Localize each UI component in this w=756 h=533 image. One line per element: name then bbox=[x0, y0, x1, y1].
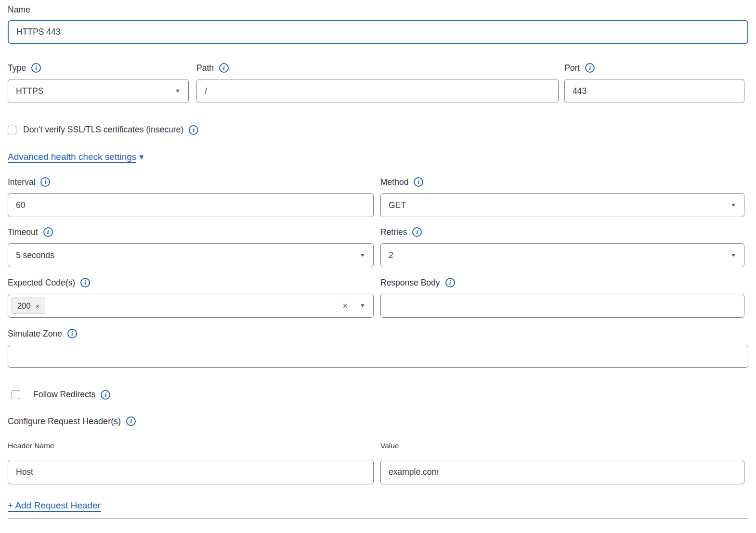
chevron-down-icon: ▼ bbox=[730, 202, 736, 208]
expected-code-tag: 200 × bbox=[12, 298, 45, 314]
info-icon[interactable]: i bbox=[43, 227, 53, 237]
info-icon[interactable]: i bbox=[585, 63, 595, 73]
codes-body-row: Expected Code(s) i 200 × × ▼ Response Bo… bbox=[8, 277, 748, 318]
name-input[interactable] bbox=[8, 20, 748, 44]
retries-select-value: 2 bbox=[389, 250, 393, 260]
port-input[interactable] bbox=[564, 79, 744, 103]
info-icon[interactable]: i bbox=[101, 390, 110, 400]
port-label: Port bbox=[564, 63, 580, 73]
info-icon[interactable]: i bbox=[126, 416, 136, 426]
header-row: Header Name Value bbox=[8, 440, 748, 484]
expected-codes-label: Expected Code(s) bbox=[8, 278, 75, 288]
expected-codes-multiselect[interactable]: 200 × × ▼ bbox=[8, 294, 374, 318]
name-field: Name bbox=[8, 4, 748, 44]
timeout-label: Timeout bbox=[8, 227, 38, 237]
method-select[interactable]: GET ▼ bbox=[380, 193, 744, 217]
timeout-select-value: 5 seconds bbox=[16, 250, 54, 260]
chevron-down-icon: ▼ bbox=[730, 252, 736, 258]
info-icon[interactable]: i bbox=[189, 125, 198, 135]
type-label: Type bbox=[8, 63, 26, 73]
verify-ssl-row: Don't verify SSL/TLS certificates (insec… bbox=[8, 125, 748, 135]
follow-redirects-checkbox[interactable] bbox=[12, 390, 20, 399]
timeout-select[interactable]: 5 seconds ▼ bbox=[8, 243, 374, 267]
advanced-settings-link[interactable]: Advanced health check settings bbox=[8, 152, 136, 163]
retries-select[interactable]: 2 ▼ bbox=[380, 243, 744, 267]
request-headers-label: Configure Request Header(s) bbox=[8, 416, 121, 427]
interval-input[interactable] bbox=[8, 193, 374, 217]
expected-code-tag-value: 200 bbox=[17, 301, 31, 311]
add-request-header-link[interactable]: + Add Request Header bbox=[8, 500, 101, 512]
path-input[interactable] bbox=[196, 79, 559, 103]
header-value-input[interactable] bbox=[380, 460, 744, 484]
info-icon[interactable]: i bbox=[31, 63, 41, 73]
header-name-input[interactable] bbox=[8, 460, 374, 484]
type-path-port-row: Type i HTTPS ▼ Path i Port i bbox=[8, 62, 748, 103]
request-headers-section: Configure Request Header(s) i bbox=[8, 416, 748, 427]
simulate-zone-input[interactable] bbox=[8, 345, 748, 368]
timeout-retries-row: Timeout i 5 seconds ▼ Retries i 2 ▼ bbox=[8, 226, 748, 267]
interval-method-row: Interval i Method i GET ▼ bbox=[8, 176, 748, 217]
chevron-down-icon: ▼ bbox=[175, 88, 181, 94]
divider bbox=[8, 518, 748, 519]
info-icon[interactable]: i bbox=[412, 227, 422, 237]
health-check-form: Name Type i HTTPS ▼ Path i Port i bbox=[0, 0, 756, 519]
interval-label: Interval bbox=[8, 177, 35, 187]
type-select-value: HTTPS bbox=[16, 86, 43, 96]
verify-ssl-checkbox[interactable] bbox=[8, 126, 16, 134]
header-name-label: Header Name bbox=[8, 442, 54, 450]
simulate-zone-label: Simulate Zone bbox=[8, 329, 62, 339]
verify-ssl-label: Don't verify SSL/TLS certificates (insec… bbox=[23, 125, 183, 135]
info-icon[interactable]: i bbox=[67, 329, 77, 338]
method-label: Method bbox=[380, 177, 408, 187]
type-select[interactable]: HTTPS ▼ bbox=[8, 79, 189, 103]
info-icon[interactable]: i bbox=[445, 278, 455, 287]
info-icon[interactable]: i bbox=[414, 177, 423, 187]
simulate-zone-field: Simulate Zone i bbox=[8, 328, 748, 368]
retries-label: Retries bbox=[380, 227, 407, 237]
clear-icon[interactable]: × bbox=[343, 301, 348, 311]
chevron-down-icon: ▼ bbox=[360, 252, 365, 258]
path-label: Path bbox=[196, 63, 214, 73]
response-body-label: Response Body bbox=[380, 278, 440, 288]
header-value-label: Value bbox=[380, 442, 399, 450]
name-label: Name bbox=[8, 5, 30, 15]
info-icon[interactable]: i bbox=[40, 177, 50, 187]
advanced-settings-row: Advanced health check settings▼ bbox=[8, 152, 748, 162]
remove-tag-icon[interactable]: × bbox=[36, 302, 40, 310]
chevron-down-icon[interactable]: ▼ bbox=[360, 303, 365, 309]
response-body-input[interactable] bbox=[380, 294, 744, 318]
add-header-row: + Add Request Header bbox=[8, 500, 748, 511]
info-icon[interactable]: i bbox=[80, 278, 90, 287]
method-select-value: GET bbox=[389, 200, 406, 210]
follow-redirects-row: Follow Redirects i bbox=[8, 390, 748, 400]
info-icon[interactable]: i bbox=[219, 63, 229, 73]
caret-down-icon[interactable]: ▼ bbox=[138, 153, 145, 161]
follow-redirects-label: Follow Redirects bbox=[33, 390, 95, 400]
